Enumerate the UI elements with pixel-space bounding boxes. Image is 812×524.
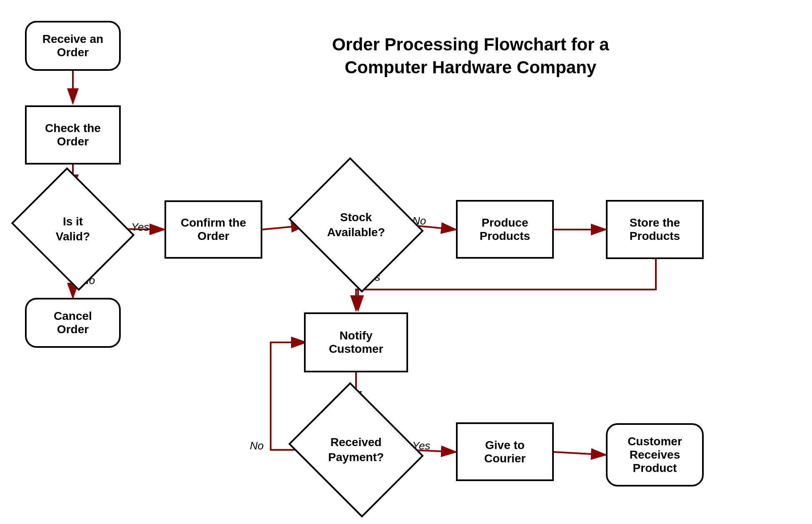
- svg-line-11: [554, 452, 606, 455]
- check-order-node: Check theOrder: [25, 105, 121, 165]
- label-yes-valid: Yes: [131, 221, 149, 234]
- confirm-order-node: Confirm theOrder: [164, 200, 262, 259]
- give-to-courier-node: Give toCourier: [456, 422, 554, 481]
- produce-products-node: ProduceProducts: [456, 200, 554, 259]
- receive-order-node: Receive anOrder: [25, 21, 121, 71]
- store-products-node: Store theProducts: [606, 200, 704, 259]
- customer-receives-node: CustomerReceivesProduct: [606, 423, 704, 487]
- cancel-order-node: CancelOrder: [25, 298, 121, 348]
- is-valid-node: Is itValid?: [25, 190, 121, 269]
- flowchart-container: Order Processing Flowchart for a Compute…: [0, 0, 812, 524]
- notify-customer-node: NotifyCustomer: [304, 312, 408, 372]
- stock-available-node: StockAvailable?: [304, 181, 408, 269]
- received-payment-node: ReceivedPayment?: [304, 406, 408, 494]
- chart-title: Order Processing Flowchart for a Compute…: [325, 33, 616, 79]
- label-no-payment: No: [250, 439, 264, 452]
